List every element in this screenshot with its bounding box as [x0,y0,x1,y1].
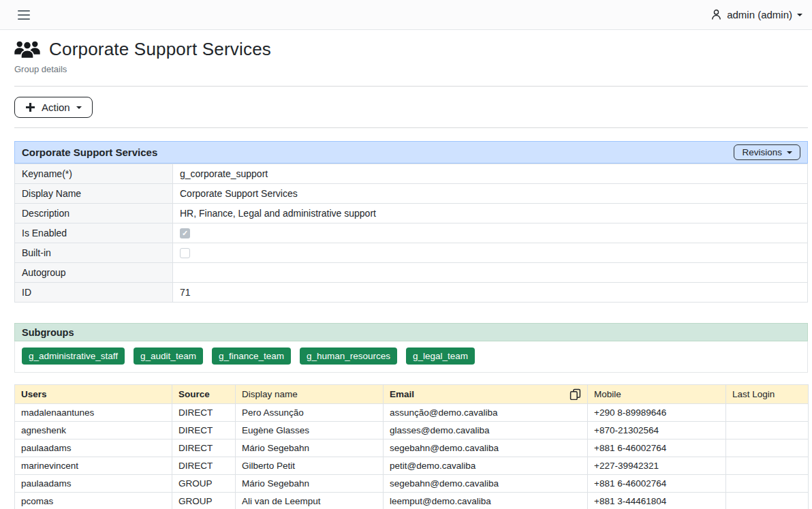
page-subtitle: Group details [14,64,808,74]
field-row: Display Name Corporate Support Services [15,184,808,204]
user-row: paulaadams GROUP Mário Segebahn segebahn… [15,475,809,493]
field-label: Autogroup [15,263,173,283]
field-label: Is Enabled [15,223,173,243]
users-group-icon [14,40,40,59]
cell-email: petit@demo.cavaliba [384,457,588,475]
field-row: Is Enabled [15,223,808,243]
cell-email: leemput@demo.cavaliba [384,493,588,509]
field-value-cell: HR, Finance, Legal and administrative su… [173,204,808,223]
cell-mobile: +290 8-89989646 [588,404,726,422]
cell-last-login [726,457,809,475]
user-row: marinevincent DIRECT Gilberto Petit peti… [15,457,809,475]
cell-display-name: Eugène Glasses [236,422,384,439]
action-button-label: Action [42,102,70,113]
field-value: 71 [180,287,191,298]
subgroups-list: g_administrative_staff g_audit_team g_fi… [14,341,808,373]
field-value: HR, Finance, Legal and administrative su… [180,208,376,219]
subgroup-badge[interactable]: g_administrative_staff [22,348,125,365]
cell-source: DIRECT [172,439,236,457]
person-icon [710,9,722,20]
group-details-table: Keyname(*) g_corporate_support Display N… [14,164,808,303]
cell-username: paulaadams [15,475,172,493]
revisions-button[interactable]: Revisions [734,144,800,160]
user-row: madalenaantunes DIRECT Pero Assunção ass… [15,404,809,422]
cell-display-name: Mário Segebahn [236,439,384,457]
subgroup-badge[interactable]: g_finance_team [212,348,291,365]
subgroups-panel: Subgroups g_administrative_staff g_audit… [14,323,808,373]
cell-username: pcomas [15,493,172,509]
users-table-header-row: Users Source Display name Email [15,385,809,404]
cell-mobile: +881 6-46002764 [588,475,726,493]
column-header-users: Users [15,385,172,404]
cell-source: GROUP [172,475,236,493]
topbar: admin (admin) [0,0,812,30]
field-label: Display Name [15,184,173,204]
group-panel-title: Corporate Support Services [22,146,157,158]
caret-down-icon [76,106,82,109]
subgroups-panel-title: Subgroups [22,327,74,338]
group-panel-header: Corporate Support Services Revisions [14,141,808,164]
field-label: Keyname(*) [15,164,173,184]
column-header-source: Source [172,385,236,404]
action-button[interactable]: Action [14,97,93,118]
cell-display-name: Ali van de Leemput [236,493,384,509]
cell-last-login [726,404,809,422]
cell-username: madalenaantunes [15,404,172,422]
revisions-button-label: Revisions [742,147,782,157]
field-value: Corporate Support Services [180,188,298,199]
field-row: Built-in [15,243,808,263]
field-value-cell: Corporate Support Services [173,184,808,204]
cell-username: agneshenk [15,422,172,439]
user-row: agneshenk DIRECT Eugène Glasses glasses@… [15,422,809,439]
column-header-last-login: Last Login [726,385,809,404]
users-section: Users Source Display name Email [14,384,808,509]
cell-source: DIRECT [172,422,236,439]
column-header-display-name: Display name [236,385,384,404]
page-header: Corporate Support Services Group details [14,39,808,74]
field-row: Autogroup [15,263,808,283]
field-value-cell [173,243,808,263]
checkbox [180,228,190,238]
cell-email: segebahn@demo.cavaliba [384,439,588,457]
field-value-cell [173,263,808,283]
cell-email: glasses@demo.cavaliba [384,422,588,439]
field-row: Description HR, Finance, Legal and admin… [15,204,808,223]
users-table: Users Source Display name Email [14,384,809,509]
field-value-cell: g_corporate_support [173,164,808,184]
group-details-panel: Corporate Support Services Revisions Key… [14,141,808,303]
field-value-cell: 71 [173,283,808,303]
subgroups-panel-header: Subgroups [14,323,808,341]
page-title: Corporate Support Services [49,39,271,60]
cell-source: GROUP [172,493,236,509]
cell-last-login [726,493,809,509]
cell-mobile: +227-39942321 [588,457,726,475]
cell-source: DIRECT [172,404,236,422]
caret-down-icon [787,151,792,154]
user-menu[interactable]: admin (admin) [710,9,805,20]
subgroup-badge[interactable]: g_legal_team [406,348,475,365]
checkbox[interactable] [180,248,190,258]
user-row: pcomas GROUP Ali van de Leemput leemput@… [15,493,809,509]
copy-icon[interactable] [569,388,581,400]
field-label: ID [15,283,173,303]
cell-email: assunção@demo.cavaliba [384,404,588,422]
subgroup-badge[interactable]: g_audit_team [134,348,203,365]
hamburger-menu-icon[interactable] [16,7,31,22]
cell-display-name: Pero Assunção [236,404,384,422]
field-row: Keyname(*) g_corporate_support [15,164,808,184]
cell-last-login [726,422,809,439]
cell-mobile: +881 3-44461804 [588,493,726,509]
cell-mobile: +881 6-46002764 [588,439,726,457]
cell-mobile: +870-21302564 [588,422,726,439]
cell-email: segebahn@demo.cavaliba [384,475,588,493]
cell-display-name: Gilberto Petit [236,457,384,475]
user-menu-label: admin (admin) [727,9,792,20]
cell-last-login [726,439,809,457]
caret-down-icon [797,14,802,16]
divider [14,127,808,128]
cell-username: paulaadams [15,439,172,457]
column-header-email: Email [384,385,588,404]
field-label: Built-in [15,243,173,263]
field-label: Description [15,204,173,223]
subgroup-badge[interactable]: g_human_resources [300,348,397,365]
